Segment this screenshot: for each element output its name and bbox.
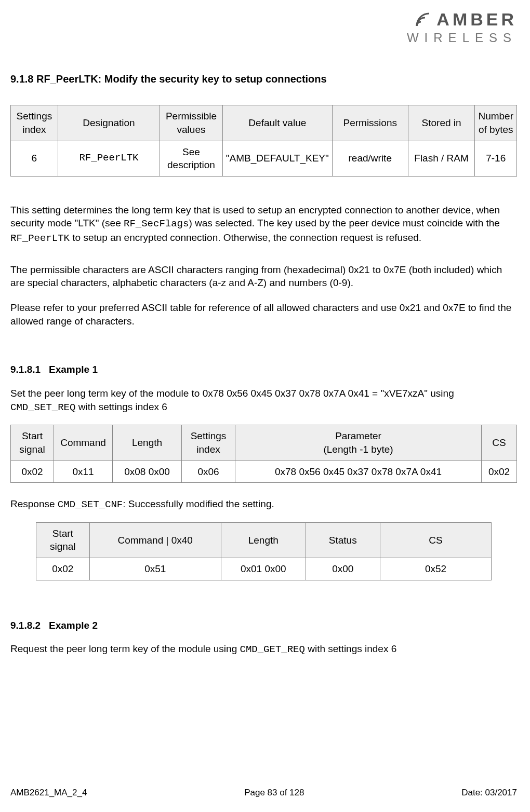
t1h2: Length — [113, 425, 182, 461]
th-designation: Designation — [58, 105, 160, 141]
example1-heading: 9.1.8.1 Example 1 — [10, 363, 517, 376]
td-default: "AMB_DEFAULT_KEY" — [222, 141, 332, 176]
example1-response-text: Response CMD_SET_CNF: Successfully modif… — [10, 497, 517, 512]
th-stored: Stored in — [408, 105, 475, 141]
t2h2: Length — [221, 522, 306, 558]
t2r1: 0x51 — [89, 558, 221, 580]
footer-right: Date: 03/2017 — [461, 787, 517, 799]
footer-center: Page 83 of 128 — [244, 787, 304, 799]
paragraph-1: This setting determines the long term ke… — [10, 204, 517, 246]
td-designation: RF_PeerLTK — [58, 141, 160, 176]
page-footer: AMB2621_MA_2_4 Page 83 of 128 Date: 03/2… — [10, 787, 517, 802]
t1h3: Settings index — [182, 425, 235, 461]
th-default: Default value — [222, 105, 332, 141]
t1r5: 0x02 — [482, 461, 517, 483]
t2h3: Status — [306, 522, 380, 558]
td-index: 6 — [11, 141, 58, 176]
logo-text-2: WIRELESS — [385, 30, 517, 46]
t2h4: CS — [380, 522, 492, 558]
t1r2: 0x08 0x00 — [113, 461, 182, 483]
t1h1: Command — [54, 425, 113, 461]
td-stored: Flash / RAM — [408, 141, 475, 176]
t1r1: 0x11 — [54, 461, 113, 483]
th-bytes: Number of bytes — [475, 105, 517, 141]
paragraph-3: Please refer to your preferred ASCII tab… — [10, 301, 517, 328]
footer-left: AMB2621_MA_2_4 — [10, 787, 87, 799]
th-permissions: Permissions — [332, 105, 408, 141]
t2r0: 0x02 — [36, 558, 89, 580]
t2r2: 0x01 0x00 — [221, 558, 306, 580]
example2-intro: Request the peer long term key of the mo… — [10, 642, 517, 657]
td-bytes: 7-16 — [475, 141, 517, 176]
example2-heading: 9.1.8.2 Example 2 — [10, 619, 517, 632]
t2r3: 0x00 — [306, 558, 380, 580]
td-permissible: See description — [160, 141, 223, 176]
t1r0: 0x02 — [11, 461, 54, 483]
t1r4: 0x78 0x56 0x45 0x37 0x78 0x7A 0x41 — [235, 461, 482, 483]
t1h5: CS — [482, 425, 517, 461]
example1-response-table: Start signal Command | 0x40 Length Statu… — [36, 522, 492, 580]
t1h0: Start signal — [11, 425, 54, 461]
th-settings-index: Settings index — [11, 105, 58, 141]
t2r4: 0x52 — [380, 558, 492, 580]
t2h1: Command | 0x40 — [89, 522, 221, 558]
paragraph-2: The permissible characters are ASCII cha… — [10, 263, 517, 290]
t1h4: Parameter(Length -1 byte) — [235, 425, 482, 461]
td-permissions: read/write — [332, 141, 408, 176]
t1r3: 0x06 — [182, 461, 235, 483]
t2h0: Start signal — [36, 522, 89, 558]
example1-intro: Set the peer long term key of the module… — [10, 387, 517, 414]
example1-request-table: Start signal Command Length Settings ind… — [10, 425, 517, 483]
section-heading: 9.1.8 RF_PeerLTK: Modify the security ke… — [10, 72, 517, 86]
brand-logo: AMBER WIRELESS — [385, 8, 517, 46]
th-permissible: Permissible values — [160, 105, 223, 141]
settings-table: Settings index Designation Permissible v… — [10, 105, 517, 177]
logo-text-1: AMBER — [436, 8, 517, 32]
wave-icon — [415, 11, 435, 28]
